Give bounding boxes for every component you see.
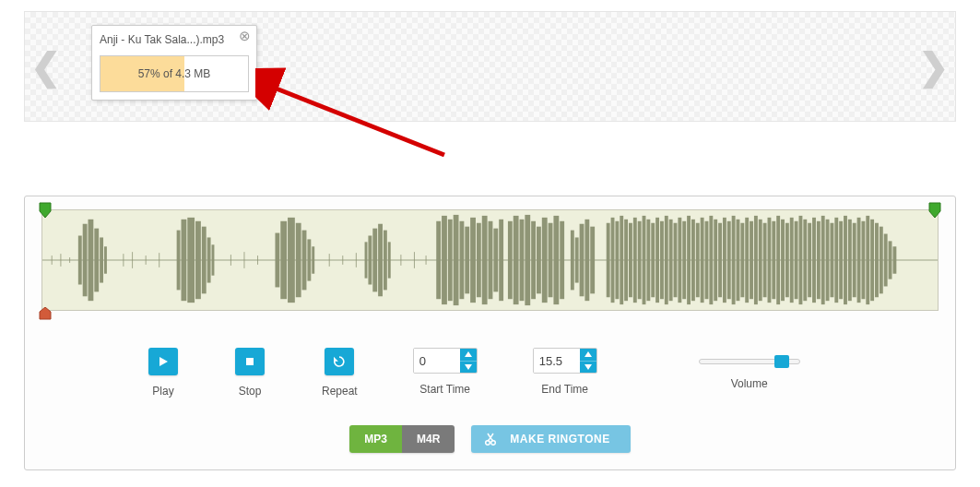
end-time-input-group [533, 348, 597, 374]
svg-rect-74 [682, 221, 686, 299]
svg-rect-103 [812, 218, 816, 303]
play-button[interactable] [148, 348, 178, 375]
svg-rect-101 [803, 220, 807, 301]
svg-rect-133 [342, 255, 343, 265]
annotation-arrow [255, 67, 458, 169]
volume-label: Volume [731, 377, 768, 390]
svg-rect-104 [817, 221, 821, 299]
svg-rect-113 [857, 218, 861, 303]
upload-strip: ❮ ❯ ⊗ Anji - Ku Tak Sala...).mp3 57% of … [24, 11, 956, 122]
svg-rect-132 [329, 254, 330, 267]
svg-rect-67 [651, 223, 655, 298]
format-mp3-button[interactable]: MP3 [349, 425, 402, 453]
volume-thumb[interactable] [774, 355, 789, 368]
svg-rect-54 [584, 220, 589, 301]
svg-rect-52 [575, 237, 579, 282]
svg-rect-86 [737, 220, 740, 301]
svg-rect-92 [763, 223, 767, 298]
svg-rect-35 [470, 218, 476, 303]
upload-progress: 57% of 4.3 MB [100, 55, 249, 92]
chevron-down-icon [465, 364, 472, 370]
playhead-marker[interactable] [39, 307, 52, 320]
svg-rect-108 [834, 218, 838, 303]
svg-rect-100 [798, 216, 802, 304]
svg-rect-19 [302, 231, 307, 291]
svg-rect-71 [669, 220, 673, 301]
svg-rect-131 [257, 255, 258, 265]
svg-rect-16 [280, 221, 287, 299]
svg-rect-24 [372, 229, 377, 292]
end-time-down-button[interactable] [580, 362, 596, 374]
svg-rect-31 [448, 220, 453, 301]
stop-label: Stop [239, 385, 262, 398]
svg-rect-21 [312, 246, 314, 273]
svg-rect-79 [705, 221, 709, 299]
svg-rect-30 [442, 216, 447, 304]
volume-slider[interactable] [699, 355, 800, 368]
svg-rect-99 [795, 221, 798, 299]
end-time-input[interactable] [534, 349, 580, 373]
svg-rect-98 [790, 218, 794, 303]
svg-rect-75 [687, 216, 691, 304]
svg-rect-124 [69, 257, 70, 263]
svg-rect-46 [537, 227, 541, 294]
carousel-prev-button[interactable]: ❮ [30, 45, 62, 88]
svg-rect-123 [60, 254, 61, 267]
svg-rect-97 [785, 223, 789, 298]
scissors-icon [484, 433, 497, 445]
selection-start-handle[interactable] [39, 202, 52, 219]
svg-rect-6 [100, 237, 103, 282]
start-time-down-button[interactable] [460, 362, 477, 374]
svg-rect-111 [848, 220, 852, 301]
close-icon[interactable]: ⊗ [238, 30, 251, 42]
svg-rect-130 [243, 252, 244, 268]
svg-rect-36 [477, 223, 481, 298]
svg-rect-121 [892, 246, 896, 273]
svg-rect-129 [230, 255, 231, 266]
start-time-input-group [413, 348, 478, 374]
svg-rect-114 [861, 221, 865, 299]
start-time-input[interactable] [414, 349, 460, 373]
svg-rect-15 [275, 233, 279, 288]
stop-button[interactable] [235, 348, 265, 375]
svg-rect-68 [655, 218, 659, 303]
svg-rect-107 [830, 223, 833, 298]
selection-end-handle[interactable] [928, 202, 941, 219]
start-time-up-button[interactable] [460, 349, 477, 362]
svg-rect-45 [531, 221, 536, 299]
svg-rect-122 [52, 255, 53, 265]
svg-rect-94 [772, 221, 775, 299]
svg-rect-73 [678, 218, 681, 303]
svg-rect-49 [553, 216, 559, 304]
make-ringtone-label: MAKE RINGTONE [510, 433, 609, 445]
svg-rect-60 [620, 216, 623, 304]
make-ringtone-button[interactable]: MAKE RINGTONE [471, 425, 630, 453]
carousel-next-button[interactable]: ❯ [918, 45, 950, 88]
svg-rect-3 [83, 224, 88, 297]
svg-rect-90 [754, 216, 758, 304]
svg-rect-93 [768, 218, 772, 303]
format-m4r-button[interactable]: M4R [402, 425, 455, 453]
svg-point-140 [491, 441, 496, 445]
svg-rect-138 [246, 358, 254, 365]
format-toggle: MP3 M4R [349, 425, 455, 453]
repeat-button[interactable] [325, 348, 354, 375]
svg-rect-43 [520, 220, 525, 301]
svg-point-139 [486, 441, 490, 445]
svg-rect-59 [615, 221, 619, 299]
svg-rect-22 [365, 242, 368, 278]
waveform-container [41, 209, 939, 311]
svg-rect-27 [388, 242, 391, 278]
svg-rect-70 [665, 216, 668, 304]
end-time-up-button[interactable] [580, 349, 596, 362]
svg-rect-12 [202, 227, 207, 294]
svg-rect-85 [732, 216, 736, 304]
end-time-label: End Time [541, 383, 588, 396]
waveform[interactable] [41, 209, 939, 311]
svg-rect-14 [212, 244, 215, 275]
play-label: Play [152, 385, 173, 398]
svg-rect-7 [104, 246, 107, 273]
svg-rect-77 [696, 223, 700, 298]
svg-rect-96 [781, 220, 785, 301]
svg-rect-38 [489, 221, 493, 299]
